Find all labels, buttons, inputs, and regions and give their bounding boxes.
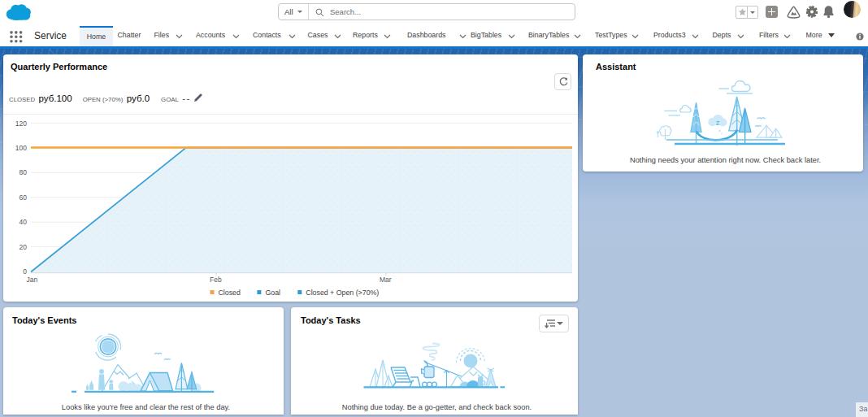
svg-text:Closed + Open (>70%): Closed + Open (>70%): [306, 289, 379, 297]
svg-text:60: 60: [20, 193, 28, 202]
svg-text:120: 120: [15, 119, 27, 128]
svg-text:100: 100: [15, 144, 27, 152]
svg-text:Goal: Goal: [265, 289, 280, 297]
svg-text:Feb: Feb: [210, 276, 222, 284]
svg-text:Jan: Jan: [27, 276, 38, 284]
svg-text:40: 40: [20, 218, 28, 226]
svg-text:Closed: Closed: [219, 289, 241, 297]
svg-text:0: 0: [23, 267, 27, 276]
svg-text:20: 20: [20, 243, 28, 251]
svg-text:Mar: Mar: [380, 276, 392, 284]
svg-text:z: z: [716, 119, 719, 127]
svg-text:80: 80: [20, 168, 28, 176]
